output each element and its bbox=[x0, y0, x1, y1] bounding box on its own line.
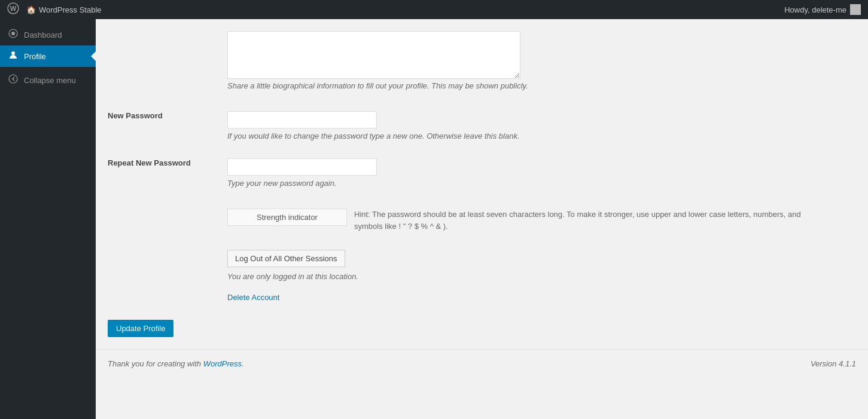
user-avatar bbox=[850, 4, 861, 15]
site-name-label: WordPress Stable bbox=[39, 5, 102, 14]
dashboard-icon bbox=[7, 29, 19, 41]
strength-indicator-box: Strength indicator bbox=[227, 209, 347, 226]
sidebar-item-label: Dashboard bbox=[24, 30, 62, 39]
new-password-row: New Password If you would like to change… bbox=[108, 102, 802, 149]
admin-bar-right: Howdy, delete-me bbox=[784, 4, 861, 15]
svg-text:W: W bbox=[10, 5, 17, 12]
bio-area: Share a little biographical information … bbox=[108, 31, 802, 90]
svg-point-3 bbox=[11, 32, 15, 35]
admin-bar-left: W 🏠 WordPress Stable bbox=[7, 2, 102, 17]
repeat-password-input[interactable] bbox=[227, 158, 377, 176]
bio-hint: Share a little biographical information … bbox=[227, 81, 802, 90]
site-name-link[interactable]: 🏠 WordPress Stable bbox=[26, 5, 102, 14]
update-profile-section: Update Profile bbox=[108, 320, 802, 337]
main-content: Share a little biographical information … bbox=[96, 19, 868, 419]
footer: Thank you for creating with WordPress. V… bbox=[96, 349, 868, 378]
repeat-password-label: Repeat New Password bbox=[108, 149, 227, 197]
footer-wordpress-link[interactable]: WordPress bbox=[203, 359, 242, 368]
new-password-cell: If you would like to change the password… bbox=[227, 102, 802, 149]
collapse-menu-label: Collapse menu bbox=[24, 76, 76, 85]
new-password-input[interactable] bbox=[227, 111, 377, 129]
footer-left: Thank you for creating with WordPress. bbox=[108, 359, 244, 368]
strength-hint-text: Hint: The password should be at least se… bbox=[354, 209, 802, 232]
bio-textarea[interactable] bbox=[227, 31, 520, 79]
strength-indicator-row: Strength indicator Hint: The password sh… bbox=[108, 209, 802, 232]
sessions-section: Log Out of All Other Sessions You are on… bbox=[108, 250, 802, 281]
admin-bar: W 🏠 WordPress Stable Howdy, delete-me bbox=[0, 0, 868, 19]
collapse-icon bbox=[7, 74, 19, 86]
main-layout: Dashboard Profile Collapse menu Share a … bbox=[0, 19, 868, 419]
howdy-text: Howdy, delete-me bbox=[784, 5, 846, 14]
sidebar-collapse-menu[interactable]: Collapse menu bbox=[0, 69, 96, 91]
new-password-label: New Password bbox=[108, 102, 227, 149]
sidebar: Dashboard Profile Collapse menu bbox=[0, 19, 96, 419]
profile-icon bbox=[7, 50, 19, 62]
repeat-password-hint: Type your new password again. bbox=[227, 179, 802, 188]
footer-period: . bbox=[242, 359, 244, 368]
footer-thank-you-text: Thank you for creating with bbox=[108, 359, 203, 368]
strength-indicator-label: Strength indicator bbox=[257, 213, 318, 222]
update-profile-button[interactable]: Update Profile bbox=[108, 320, 173, 337]
home-icon: 🏠 bbox=[26, 5, 36, 14]
footer-version: Version 4.1.1 bbox=[811, 359, 856, 368]
logout-other-sessions-button[interactable]: Log Out of All Other Sessions bbox=[227, 250, 345, 267]
new-password-hint: If you would like to change the password… bbox=[227, 131, 802, 140]
repeat-password-row: Repeat New Password Type your new passwo… bbox=[108, 149, 802, 197]
repeat-password-cell: Type your new password again. bbox=[227, 149, 802, 197]
content-wrap: Share a little biographical information … bbox=[96, 19, 814, 349]
sessions-note: You are only logged in at this location. bbox=[227, 272, 802, 281]
delete-account-section: Delete Account bbox=[108, 293, 802, 302]
sidebar-item-dashboard[interactable]: Dashboard bbox=[0, 24, 96, 45]
password-form-table: New Password If you would like to change… bbox=[108, 102, 802, 197]
wp-logo-icon[interactable]: W bbox=[7, 2, 19, 17]
sidebar-profile-label: Profile bbox=[24, 52, 46, 61]
sidebar-item-profile[interactable]: Profile bbox=[0, 45, 96, 67]
delete-account-link[interactable]: Delete Account bbox=[227, 293, 279, 302]
svg-point-4 bbox=[11, 51, 15, 55]
